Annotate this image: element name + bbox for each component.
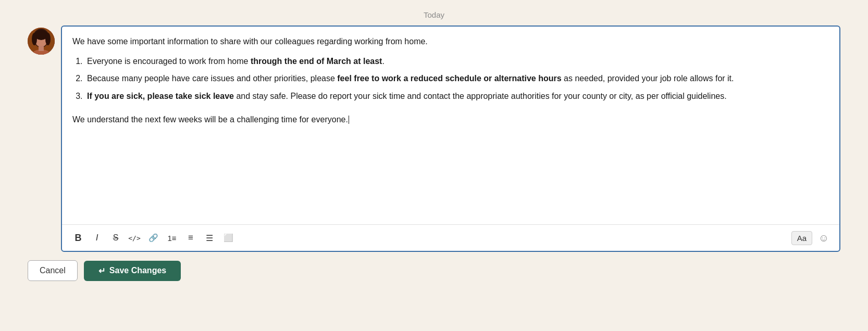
- toolbar: B I S </> 🔗 1≡ ≡ ☰ ⬜ Aa ☺: [62, 224, 839, 251]
- unordered-list-button[interactable]: ≡: [182, 229, 200, 247]
- editor-content[interactable]: We have some important information to sh…: [62, 27, 839, 224]
- avatar: [28, 28, 55, 55]
- svg-point-4: [32, 33, 37, 45]
- list-item-2: Because many people have care issues and…: [85, 72, 829, 85]
- save-label: Save Changes: [109, 266, 166, 275]
- save-changes-button[interactable]: ↵ Save Changes: [84, 261, 181, 281]
- paragraph-1: We have some important information to sh…: [72, 35, 829, 48]
- action-buttons: Cancel ↵ Save Changes: [28, 260, 840, 281]
- code-button[interactable]: </>: [126, 229, 143, 247]
- toolbar-right: Aa ☺: [791, 230, 832, 246]
- link-button[interactable]: 🔗: [144, 229, 162, 247]
- closing-paragraph: We understand the next few weeks will be…: [72, 113, 829, 126]
- main-container: Today: [28, 10, 840, 281]
- editor-box[interactable]: We have some important information to sh…: [61, 26, 840, 252]
- toolbar-left: B I S </> 🔗 1≡ ≡ ☰ ⬜: [69, 229, 789, 247]
- ordered-list-button[interactable]: 1≡: [163, 229, 181, 247]
- list: Everyone is encouraged to work from home…: [85, 55, 829, 103]
- indent-button[interactable]: ☰: [201, 229, 218, 247]
- bold-button[interactable]: B: [69, 229, 87, 247]
- text-format-button[interactable]: Aa: [791, 231, 812, 245]
- svg-point-5: [45, 33, 51, 45]
- strikethrough-button[interactable]: S: [107, 229, 125, 247]
- list-item-1: Everyone is encouraged to work from home…: [85, 55, 829, 68]
- enter-icon: ↵: [98, 266, 105, 276]
- svg-rect-7: [39, 46, 44, 51]
- avatar-image: [28, 28, 55, 55]
- today-label: Today: [28, 10, 840, 19]
- italic-button[interactable]: I: [88, 229, 106, 247]
- emoji-button[interactable]: ☺: [815, 230, 832, 246]
- aa-label: Aa: [797, 234, 807, 243]
- editor-wrapper: We have some important information to sh…: [28, 26, 840, 252]
- text-cursor: [349, 116, 349, 124]
- cancel-button[interactable]: Cancel: [28, 260, 78, 281]
- list-item-3: If you are sick, please take sick leave …: [85, 90, 829, 103]
- embed-button[interactable]: ⬜: [219, 229, 237, 247]
